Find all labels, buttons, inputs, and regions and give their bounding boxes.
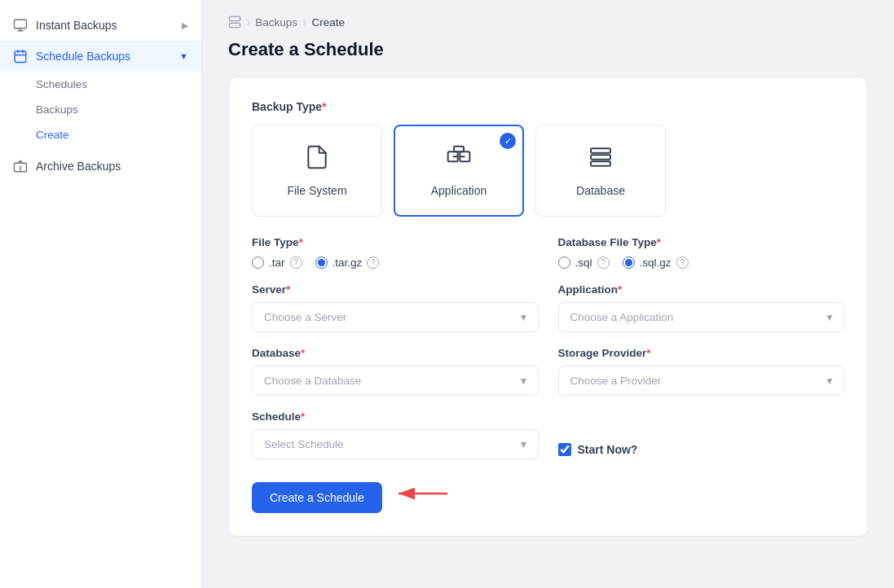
svg-rect-18: [591, 148, 610, 152]
storage-provider-select[interactable]: Choose a Provider: [558, 366, 845, 396]
schedule-backups-submenu: Schedules Backups Create: [0, 72, 201, 147]
database-icon: [588, 144, 614, 176]
svg-rect-9: [229, 16, 240, 20]
page-title: Create a Schedule: [228, 39, 868, 60]
storage-provider-label: Storage Provider*: [558, 347, 845, 359]
sidebar-item-instant-backups[interactable]: Instant Backups ▶: [0, 10, 201, 41]
db-file-type-sql-radio[interactable]: [558, 257, 570, 269]
database-provider-row: Database* Choose a Database ▼ Storage Pr…: [252, 347, 844, 396]
svg-rect-20: [591, 161, 610, 165]
instant-backups-icon: [13, 18, 28, 33]
breadcrumb-create: Create: [311, 16, 345, 29]
file-type-targz[interactable]: .tar.gz ?: [315, 257, 380, 269]
backup-type-label: Backup Type*: [252, 100, 844, 113]
database-select-wrapper: Choose a Database ▼: [252, 366, 539, 396]
application-icon: [446, 144, 472, 176]
schedule-backups-icon: [13, 49, 28, 64]
db-file-type-sqlgz-radio[interactable]: [623, 257, 635, 269]
backup-type-database[interactable]: Database: [535, 125, 666, 217]
db-file-type-options: .sql ? .sql.gz ?: [558, 255, 845, 269]
breadcrumb-backups[interactable]: Backups: [255, 16, 297, 29]
sidebar-sub-schedules[interactable]: Schedules: [36, 72, 201, 97]
application-group: Application* Choose a Application ▼: [558, 283, 845, 332]
schedule-backups-chevron: ▼: [179, 51, 188, 61]
backup-type-grid: File System ✓ Application: [252, 125, 844, 217]
instant-backups-label: Instant Backups: [36, 19, 117, 32]
db-file-type-sql-help[interactable]: ?: [597, 257, 610, 269]
file-type-group: File Type* .tar ? .tar.gz ?: [252, 236, 539, 269]
svg-rect-3: [15, 51, 26, 63]
sidebar-item-schedule-backups[interactable]: Schedule Backups ▼: [0, 41, 201, 72]
db-file-type-sqlgz[interactable]: .sql.gz ?: [623, 257, 689, 269]
db-file-type-label: Database File Type*: [558, 236, 845, 248]
submit-area: Create a Schedule: [252, 474, 844, 513]
breadcrumb-sep-2: ›: [302, 15, 306, 29]
archive-backups-icon: [13, 159, 28, 173]
filesystem-label: File System: [287, 184, 346, 197]
schedule-startnow-row: Schedule* Select Schedule ▼ Start Now?: [252, 410, 844, 459]
file-type-tar-help[interactable]: ?: [290, 257, 302, 269]
application-check-badge: ✓: [500, 133, 516, 149]
storage-provider-group: Storage Provider* Choose a Provider ▼: [558, 347, 845, 396]
application-label: Application: [431, 184, 487, 197]
sidebar-item-archive-backups[interactable]: Archive Backups: [0, 151, 201, 182]
backup-type-application[interactable]: ✓ Application: [394, 125, 524, 217]
backup-type-filesystem[interactable]: File System: [252, 125, 382, 217]
page-content: Create a Schedule Backup Type* File Syst…: [202, 39, 894, 563]
sidebar: Instant Backups ▶ Schedule Backups ▼ Sch…: [0, 0, 202, 588]
db-file-type-sql[interactable]: .sql ?: [558, 257, 610, 269]
schedule-backups-label: Schedule Backups: [36, 50, 130, 63]
db-file-type-sqlgz-help[interactable]: ?: [676, 257, 689, 269]
server-group: Server* Choose a Server ▼: [252, 283, 539, 332]
database-field-label: Database*: [252, 347, 539, 359]
file-type-row: File Type* .tar ? .tar.gz ?: [252, 236, 844, 269]
file-type-tar-radio[interactable]: [252, 257, 264, 269]
arrow-annotation: [389, 479, 454, 508]
sidebar-sub-create[interactable]: Create: [36, 122, 201, 147]
server-select[interactable]: Choose a Server: [252, 302, 539, 332]
file-type-targz-help[interactable]: ?: [367, 257, 379, 269]
breadcrumb-sep-1: ›: [246, 15, 250, 29]
filesystem-icon: [304, 144, 330, 176]
svg-rect-0: [15, 20, 27, 29]
start-now-checkbox[interactable]: [558, 443, 571, 456]
svg-rect-19: [591, 155, 610, 159]
application-select[interactable]: Choose a Application: [558, 302, 845, 332]
schedule-select-wrapper: Select Schedule ▼: [252, 429, 539, 459]
file-type-targz-radio[interactable]: [315, 257, 328, 269]
file-type-options: .tar ? .tar.gz ?: [252, 255, 539, 269]
start-now-row: Start Now?: [558, 443, 638, 456]
schedule-select[interactable]: Select Schedule: [252, 429, 539, 459]
database-label: Database: [576, 184, 625, 197]
file-type-label: File Type*: [252, 236, 539, 248]
server-select-wrapper: Choose a Server ▼: [252, 302, 539, 332]
svg-rect-10: [229, 23, 240, 27]
server-label: Server*: [252, 283, 539, 296]
create-schedule-button[interactable]: Create a Schedule: [252, 482, 382, 513]
db-file-type-group: Database File Type* .sql ? .sql.gz ?: [558, 236, 845, 269]
database-group: Database* Choose a Database ▼: [252, 347, 539, 396]
file-type-tar[interactable]: .tar ?: [252, 257, 302, 269]
svg-rect-15: [454, 147, 464, 152]
start-now-label: Start Now?: [578, 443, 638, 456]
breadcrumb: › Backups › Create: [202, 0, 894, 39]
storage-provider-select-wrapper: Choose a Provider ▼: [558, 366, 845, 396]
main-content: › Backups › Create Create a Schedule Bac…: [202, 0, 894, 588]
sidebar-sub-backups[interactable]: Backups: [36, 97, 201, 122]
form-card: Backup Type* File System ✓: [228, 77, 868, 537]
schedule-label: Schedule*: [252, 410, 539, 423]
application-select-wrapper: Choose a Application ▼: [558, 302, 845, 332]
schedule-group: Schedule* Select Schedule ▼: [252, 410, 539, 459]
breadcrumb-server-icon: [228, 15, 241, 29]
database-select[interactable]: Choose a Database: [252, 366, 539, 396]
start-now-group: Start Now?: [558, 410, 845, 459]
server-application-row: Server* Choose a Server ▼ Application*: [252, 283, 844, 332]
application-field-label: Application*: [558, 283, 845, 296]
instant-backups-chevron: ▶: [182, 20, 188, 31]
archive-backups-label: Archive Backups: [36, 160, 121, 173]
